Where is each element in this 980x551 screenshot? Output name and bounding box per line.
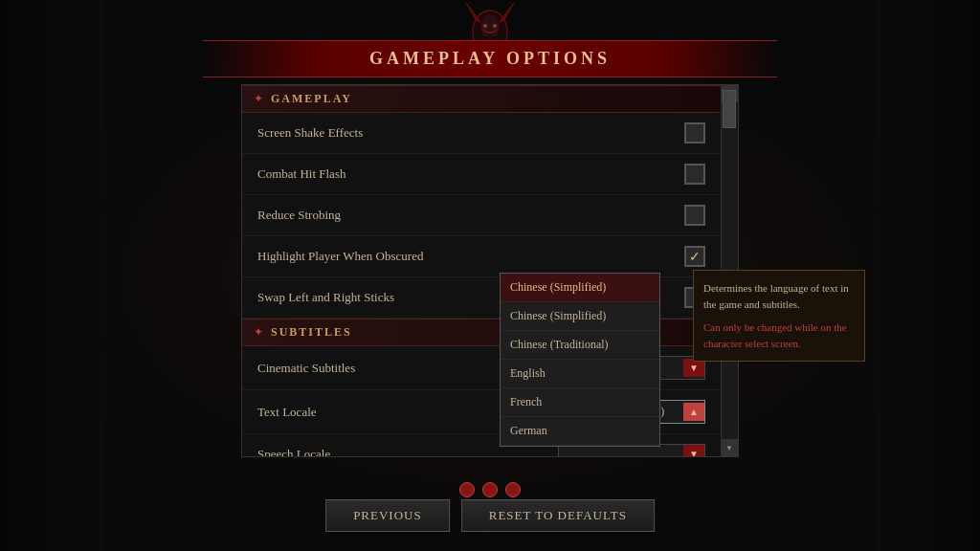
- option-reduce-strobing[interactable]: Reduce Strobing: [242, 195, 721, 236]
- reset-to-defaults-button[interactable]: Reset to Defaults: [461, 499, 655, 532]
- dropdown-option-chinese-simplified-2[interactable]: Chinese (Simplified): [501, 302, 659, 331]
- svg-point-3: [493, 24, 497, 28]
- bottom-buttons: Previous Reset to Defaults: [325, 499, 655, 532]
- dropdown-text-locale-arrow[interactable]: ▲: [683, 403, 704, 421]
- option-label-speech-locale: Speech Locale: [257, 447, 330, 457]
- subtitles-section-label: SUBTITLES: [271, 325, 352, 340]
- scroll-thumb[interactable]: [723, 90, 736, 128]
- text-locale-dropdown-list[interactable]: Chinese (Simplified) Chinese (Simplified…: [500, 273, 660, 447]
- gameplay-section-label: GAMEPLAY: [271, 92, 352, 106]
- tooltip-note-text: Can only be changed while on the charact…: [703, 320, 855, 351]
- option-label-text-locale: Text Locale: [257, 405, 317, 420]
- option-highlight-player[interactable]: Highlight Player When Obscured: [242, 236, 721, 277]
- left-decoration: [0, 0, 105, 551]
- option-label-combat-hit-flash: Combat Hit Flash: [257, 166, 345, 182]
- pagination-dot-2[interactable]: [482, 482, 498, 497]
- gameplay-section-icon: ✦: [254, 92, 263, 106]
- checkbox-reduce-strobing[interactable]: [684, 205, 705, 226]
- gameplay-section-header: ✦ GAMEPLAY: [242, 85, 721, 113]
- tooltip-text-locale: Determines the language of text in the g…: [693, 270, 865, 362]
- dropdown-speech-locale-value: [559, 451, 683, 457]
- pagination-dot-3[interactable]: [505, 482, 521, 497]
- option-label-reduce-strobing: Reduce Strobing: [257, 208, 341, 223]
- dropdown-speech-locale-arrow[interactable]: ▼: [683, 445, 704, 456]
- checkbox-highlight-player[interactable]: [684, 246, 705, 267]
- pagination-dot-1[interactable]: [459, 482, 475, 497]
- dropdown-option-french[interactable]: French: [501, 388, 659, 417]
- svg-point-1: [480, 14, 500, 39]
- dropdown-option-english[interactable]: English: [501, 360, 659, 388]
- scroll-arrow-down[interactable]: ▼: [721, 439, 738, 456]
- main-panel: ✦ GAMEPLAY Screen Shake Effects Combat H…: [241, 84, 739, 457]
- option-label-highlight-player: Highlight Player When Obscured: [257, 249, 423, 264]
- option-label-screen-shake: Screen Shake Effects: [257, 125, 363, 141]
- subtitles-section-icon: ✦: [254, 325, 263, 340]
- option-label-cinematic-subtitles: Cinematic Subtitles: [257, 361, 355, 376]
- svg-point-2: [483, 24, 487, 28]
- dropdown-option-chinese-traditional[interactable]: Chinese (Traditional): [501, 331, 659, 360]
- option-label-swap-sticks: Swap Left and Right Sticks: [257, 290, 394, 305]
- checkbox-screen-shake[interactable]: [684, 122, 705, 143]
- option-screen-shake[interactable]: Screen Shake Effects: [242, 113, 721, 154]
- checkbox-combat-hit-flash[interactable]: [684, 164, 705, 185]
- page-title: GAMEPLAY OPTIONS: [369, 49, 611, 68]
- title-bar: GAMEPLAY OPTIONS: [203, 40, 777, 77]
- tooltip-main-text: Determines the language of text in the g…: [703, 280, 855, 312]
- pagination: [459, 482, 521, 497]
- right-decoration: [875, 0, 980, 551]
- dropdown-option-german[interactable]: German: [501, 417, 659, 446]
- option-combat-hit-flash[interactable]: Combat Hit Flash: [242, 154, 721, 195]
- previous-button[interactable]: Previous: [325, 499, 450, 532]
- dropdown-option-chinese-simplified[interactable]: Chinese (Simplified): [501, 274, 659, 302]
